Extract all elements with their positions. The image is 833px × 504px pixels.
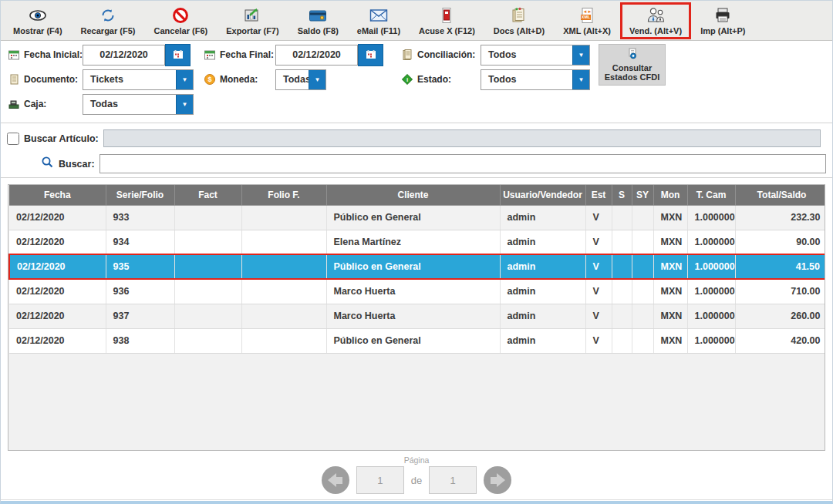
table-cell: 90.00 (735, 230, 825, 254)
table-cell (632, 328, 653, 353)
table-cell (632, 230, 653, 254)
search-icon (41, 156, 54, 172)
table-cell (174, 254, 241, 279)
fecha-inicial-calendar-button[interactable] (165, 44, 191, 66)
caja-filter: Caja: Todas ▼ (7, 93, 194, 115)
table-cell: 938 (106, 328, 174, 353)
table-cell: 41.50 (735, 254, 825, 279)
toolbar-button-email[interactable]: eMail (F11) (348, 2, 410, 39)
fecha-final-input[interactable] (275, 45, 358, 66)
search-panel: Buscar Artículo: Buscar: (1, 123, 832, 177)
documento-filter: Documento: Tickets ▼ (7, 69, 194, 90)
toolbar-button-vend[interactable]: Vend. (Alt+V) (620, 2, 691, 39)
buscar-row: Buscar: (41, 154, 826, 173)
current-page-input[interactable] (356, 466, 404, 494)
conciliacion-label: Conciliación: (417, 49, 481, 60)
column-header-fact[interactable]: Fact (174, 185, 241, 205)
table-cell (241, 328, 326, 353)
arrow-right-icon (491, 473, 505, 487)
printer-icon (714, 6, 731, 25)
fecha-final-calendar-button[interactable] (358, 44, 383, 66)
table-cell: MXN (653, 205, 687, 230)
table-cell: Marco Huerta (326, 279, 500, 304)
conciliacion-filter: Conciliación: Todos ▼ (400, 44, 590, 66)
table-row[interactable]: 02/12/2020938Público en GeneraladminVMXN… (9, 328, 825, 353)
table-cell: admin (500, 304, 585, 328)
table-cell (241, 254, 326, 279)
calendar-icon (203, 49, 217, 61)
column-header-total-saldo[interactable]: Total/Saldo (735, 185, 825, 205)
fecha-inicial-label: Fecha Inicial: (24, 49, 83, 60)
svg-text:◄►: ◄► (583, 9, 592, 14)
filter-panel: Fecha Inicial: Fecha Final: Conciliación… (1, 41, 832, 123)
column-header-s[interactable]: S (612, 185, 632, 205)
toolbar-button-xml[interactable]: ◄►XMLXML (Alt+X) (554, 2, 620, 39)
eye-icon (29, 6, 47, 25)
estado-dropdown[interactable]: Todos ▼ (481, 69, 590, 90)
table-cell: MXN (653, 230, 687, 254)
table-cell: 02/12/2020 (9, 328, 106, 353)
table-cell: Elena Martínez (326, 230, 500, 254)
table-cell (174, 304, 241, 328)
table-cell (612, 279, 632, 304)
fecha-inicial-input[interactable] (83, 45, 165, 66)
column-header-sy[interactable]: SY (632, 185, 653, 205)
table-cell: Público en General (326, 328, 500, 353)
table-cell: 420.00 (735, 328, 825, 353)
consultar-estados-cfdi-button[interactable]: Consultar Estados CFDI (599, 44, 666, 86)
toolbar-button-saldo[interactable]: Saldo (F8) (288, 2, 348, 39)
estado-value: Todos (481, 70, 572, 89)
total-pages-input[interactable] (429, 466, 477, 494)
documento-label: Documento: (24, 74, 83, 85)
moneda-dropdown[interactable]: Todas ▼ (275, 69, 326, 90)
toolbar-button-mostrar[interactable]: Mostrar (F4) (4, 2, 72, 39)
toolbar-button-label: eMail (F11) (357, 26, 400, 35)
fecha-final-filter: Fecha Final: (203, 44, 383, 66)
toolbar-button-cancelar[interactable]: Cancelar (F6) (144, 2, 217, 39)
red-document-icon (440, 6, 454, 25)
buscar-input[interactable] (99, 154, 826, 173)
documento-dropdown[interactable]: Tickets ▼ (83, 69, 194, 90)
toolbar-button-imp[interactable]: Imp (Alt+P) (691, 2, 754, 39)
svg-text:XML: XML (582, 15, 591, 19)
results-table-container: FechaSerie/FolioFactFolio F.ClienteUsuar… (8, 184, 825, 451)
buscar-articulo-checkbox[interactable] (7, 133, 19, 145)
toolbar-button-acuse-x[interactable]: Acuse X (F12) (410, 2, 484, 39)
table-cell: V (585, 254, 612, 279)
table-row[interactable]: 02/12/2020934Elena MartínezadminVMXN1.00… (9, 230, 825, 254)
buscar-articulo-input[interactable] (103, 129, 821, 147)
moneda-filter: $ Moneda: Todas ▼ (203, 69, 326, 90)
next-page-button[interactable] (484, 466, 511, 494)
table-cell (174, 230, 241, 254)
page-separator-label: de (411, 475, 422, 486)
documents-icon (511, 6, 528, 25)
column-header-mon[interactable]: Mon (653, 185, 687, 205)
column-header-serie-folio[interactable]: Serie/Folio (106, 185, 174, 205)
table-cell (241, 205, 326, 230)
conciliacion-dropdown[interactable]: Todos ▼ (481, 45, 590, 66)
toolbar-button-label: Exportar (F7) (226, 26, 278, 35)
table-cell: 260.00 (735, 304, 825, 328)
column-header-cliente[interactable]: Cliente (326, 185, 500, 205)
table-cell: 02/12/2020 (9, 205, 106, 230)
previous-page-button[interactable] (322, 466, 349, 494)
documento-value: Tickets (83, 70, 176, 89)
toolbar-button-recargar[interactable]: Recargar (F5) (72, 2, 145, 39)
buscar-label: Buscar: (59, 159, 95, 170)
toolbar-button-docs[interactable]: Docs (Alt+D) (484, 2, 554, 39)
status-diamond-icon: i (400, 73, 414, 86)
table-row[interactable]: 02/12/2020936Marco HuertaadminVMXN1.0000… (9, 279, 825, 304)
column-header-usuario-vendedor[interactable]: Usuario/Vendedor (500, 185, 585, 205)
caja-dropdown[interactable]: Todas ▼ (83, 94, 194, 115)
column-header-t-cam[interactable]: T. Cam (687, 185, 735, 205)
table-row[interactable]: 02/12/2020937Marco HuertaadminVMXN1.0000… (9, 304, 825, 328)
table-row[interactable]: 02/12/2020933Público en GeneraladminVMXN… (9, 205, 825, 230)
table-cell: 935 (106, 254, 174, 279)
chevron-down-icon: ▼ (176, 70, 193, 89)
table-cell: V (585, 304, 612, 328)
column-header-folio-f-[interactable]: Folio F. (241, 185, 326, 205)
column-header-est[interactable]: Est (585, 185, 612, 205)
column-header-fecha[interactable]: Fecha (9, 185, 106, 205)
table-row-selected[interactable]: 02/12/2020935Público en GeneraladminVMXN… (9, 254, 825, 279)
toolbar-button-exportar[interactable]: Exportar (F7) (217, 2, 288, 39)
